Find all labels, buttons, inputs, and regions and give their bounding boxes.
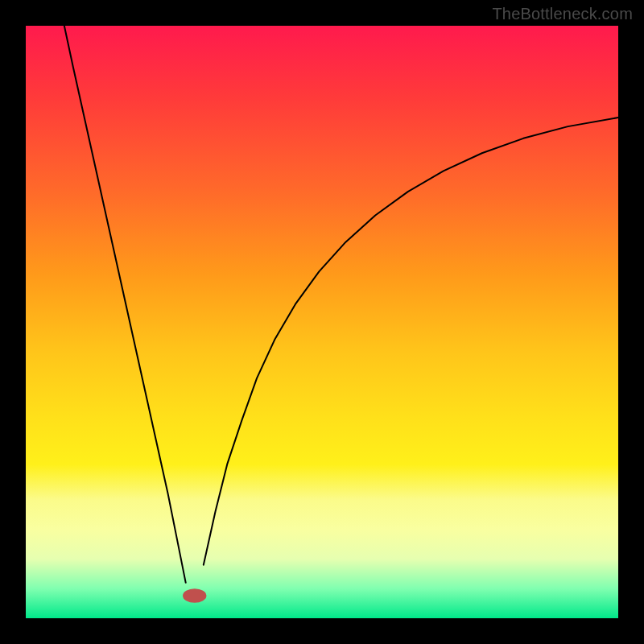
curve-left-branch xyxy=(64,26,186,583)
plot-area xyxy=(26,26,618,618)
chart-frame: TheBottleneck.com xyxy=(0,0,644,644)
curve-layer xyxy=(26,26,618,618)
minimum-marker xyxy=(183,588,206,603)
watermark-text: TheBottleneck.com xyxy=(492,5,633,23)
curve-right-branch xyxy=(204,118,618,565)
